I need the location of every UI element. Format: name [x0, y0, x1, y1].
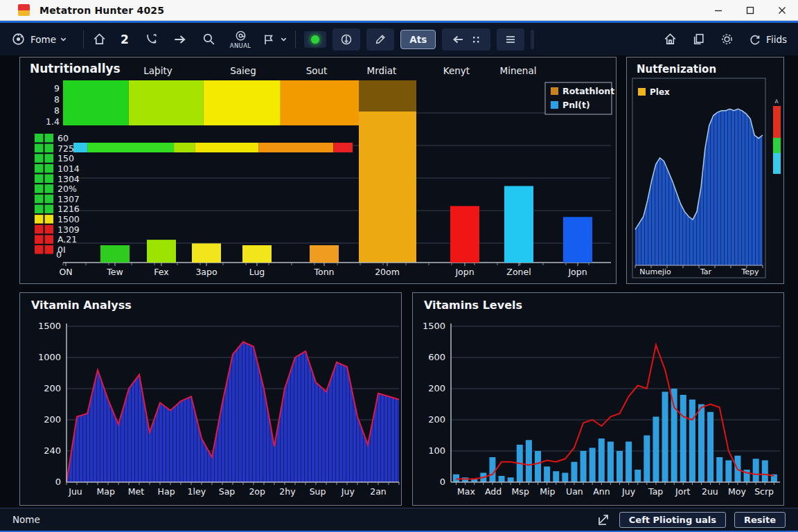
svg-text:1304: 1304: [57, 174, 80, 184]
refresh-icon: [748, 33, 762, 46]
home-button[interactable]: [92, 32, 107, 46]
svg-text:60: 60: [57, 133, 69, 143]
svg-text:Laþity: Laþity: [143, 65, 172, 76]
svg-text:Uan: Uan: [566, 486, 583, 497]
svg-text:Plex: Plex: [650, 87, 670, 97]
fiids-refresh-button[interactable]: Fiids: [748, 33, 787, 46]
phone-callback-icon: [144, 32, 159, 46]
svg-text:Mrdiat: Mrdiat: [367, 65, 397, 76]
flag-menu-button[interactable]: [262, 33, 288, 46]
minimize-button[interactable]: [702, 0, 734, 21]
fiids-label: Fiids: [766, 34, 787, 45]
svg-text:Sap: Sap: [219, 486, 236, 497]
panel-title-vitamins-levels: Vitamins Levels: [424, 299, 522, 312]
svg-text:Zonel: Zonel: [506, 267, 531, 277]
toolbar-right-group: Fiids: [649, 32, 787, 46]
home-secondary-button[interactable]: [663, 32, 677, 46]
home-icon: [663, 32, 677, 46]
svg-text:Hap: Hap: [158, 486, 175, 497]
svg-text:8: 8: [54, 94, 60, 105]
svg-text:Ann: Ann: [593, 486, 610, 497]
anual-button[interactable]: ANUAL: [230, 30, 251, 49]
settings-button[interactable]: [720, 32, 734, 46]
svg-text:Moy: Moy: [728, 486, 746, 497]
toolbar-separator: [531, 30, 534, 49]
svg-text:1000: 1000: [38, 352, 61, 362]
svg-text:Juu: Juu: [68, 486, 82, 497]
minimize-icon: [713, 5, 724, 16]
vitamins-levels-combo-chart: 15006002002001000MaxAddMspMipUanAnnJuyTa…: [413, 293, 783, 504]
reset-button[interactable]: Resite: [734, 512, 786, 528]
svg-text:Tap: Tap: [648, 486, 663, 497]
svg-text:9: 9: [54, 83, 60, 94]
close-button[interactable]: [766, 0, 798, 21]
panel-title-nutritionallys: Nutritionallys: [30, 62, 121, 76]
target-button[interactable]: [332, 28, 360, 51]
chevron-down-icon: [59, 35, 68, 44]
forward-button[interactable]: [172, 32, 188, 47]
svg-text:8: 8: [54, 105, 60, 116]
app-logo-icon: [18, 4, 30, 16]
svg-text:ON: ON: [59, 267, 72, 277]
svg-text:Juy: Juy: [341, 486, 355, 497]
svg-text:1014: 1014: [57, 163, 80, 174]
chart-plotting-button[interactable]: Ceft Plioting uals: [619, 512, 726, 528]
svg-text:Add: Add: [485, 486, 502, 497]
svg-text:1216: 1216: [57, 204, 80, 214]
svg-text:2uu: 2uu: [702, 486, 718, 497]
page-indicator: 2: [121, 33, 129, 46]
maximize-icon: [745, 5, 756, 16]
svg-text:200: 200: [428, 383, 445, 393]
svg-text:Sout: Sout: [306, 65, 328, 76]
titlebar: Metatron Hunter 4025: [0, 0, 798, 21]
svg-text:Scrp: Scrp: [754, 486, 774, 497]
svg-text:A.21: A.21: [57, 234, 77, 245]
pencil-icon: [373, 33, 387, 46]
close-icon: [777, 5, 788, 16]
ats-label: Ats: [407, 34, 429, 45]
svg-text:Juy: Juy: [621, 486, 636, 497]
vitamin-analyss-area-chart: 150010002002002400JuuMapMetHap1leySap2op…: [20, 293, 400, 504]
svg-text:Jopn: Jopn: [454, 267, 474, 277]
back-select-button[interactable]: [442, 28, 490, 51]
svg-text:Mip: Mip: [540, 486, 555, 497]
search-button[interactable]: [202, 32, 216, 46]
svg-text:0: 0: [55, 477, 61, 487]
svg-text:Tepy: Tepy: [741, 267, 759, 276]
svg-text:Jopn: Jopn: [567, 267, 587, 277]
svg-text:1309: 1309: [57, 224, 80, 235]
toolbar-divider: [83, 30, 84, 48]
mode-selector[interactable]: Fome: [11, 32, 68, 46]
anual-label: ANUAL: [230, 42, 251, 49]
arrow-left-icon: [451, 33, 465, 46]
svg-text:150: 150: [57, 153, 74, 163]
gear-icon: [720, 32, 734, 46]
callback-button[interactable]: [144, 32, 159, 46]
gauge-icon: [11, 32, 26, 46]
panel-vitamin-analyss: Vitamin Analyss 150010002002002400JuuMap…: [19, 292, 402, 506]
ats-button[interactable]: Ats: [400, 30, 436, 49]
svg-text:100: 100: [428, 445, 445, 456]
svg-text:Kenyt: Kenyt: [443, 65, 470, 76]
arrow-right-icon: [172, 32, 188, 47]
svg-text:Map: Map: [97, 486, 115, 497]
panel-nutritionallys: Nutritionallys LaþitySaiegSoutMrdiatKeny…: [19, 57, 617, 284]
svg-text:2an: 2an: [370, 486, 387, 497]
share-icon[interactable]: [596, 512, 611, 527]
panel-nutfenization: Nutfenization PlexNumejioTarTepyA: [626, 57, 784, 284]
svg-text:1ley: 1ley: [188, 486, 206, 497]
status-indicator-button[interactable]: [304, 31, 326, 48]
edit-button[interactable]: [366, 28, 394, 51]
window-controls: [702, 0, 798, 21]
svg-text:Tew: Tew: [106, 267, 123, 277]
panel-vitamins-levels: Vitamins Levels 15006002002001000MaxAddM…: [412, 292, 784, 506]
copy-pages-button[interactable]: [691, 32, 706, 46]
svg-text:200: 200: [44, 383, 61, 393]
menu-button[interactable]: [497, 28, 524, 51]
svg-text:20%: 20%: [57, 184, 77, 194]
maximize-button[interactable]: [734, 0, 766, 21]
svg-text:Max: Max: [457, 486, 475, 497]
anual-icon: [234, 30, 247, 43]
svg-text:Lug: Lug: [249, 267, 265, 277]
svg-text:20om: 20om: [375, 267, 400, 277]
